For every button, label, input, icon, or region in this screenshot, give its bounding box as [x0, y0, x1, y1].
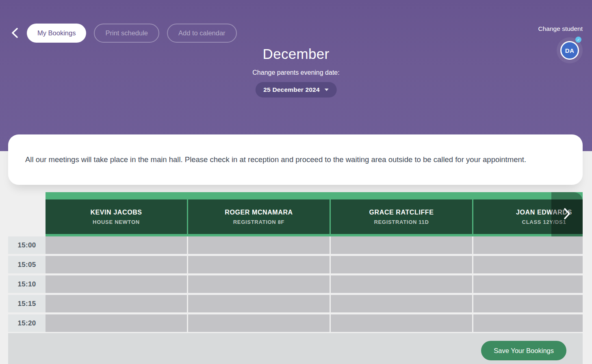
time-label-1510: 15:10: [8, 275, 46, 293]
date-dropdown[interactable]: 25 December 2024: [255, 82, 337, 98]
slot-cell[interactable]: [473, 236, 583, 254]
slot-cell[interactable]: [331, 236, 472, 254]
booking-slot-grid: [46, 236, 583, 332]
slot-cell[interactable]: [331, 275, 472, 293]
slot-row-1520: [46, 314, 583, 332]
slot-cell[interactable]: [473, 295, 583, 312]
teacher-header-roger-mcnamara: ROGER MCNAMARA REGISTRATION 8F: [188, 199, 330, 234]
header-band: My Bookings Print schedule Add to calend…: [0, 0, 592, 151]
slot-row-1515: [46, 295, 583, 312]
time-label-1500: 15:00: [8, 236, 46, 254]
chevron-left-icon: [11, 28, 18, 39]
slot-cell[interactable]: [188, 236, 330, 254]
tab-print-schedule[interactable]: Print schedule: [94, 24, 159, 43]
slot-cell[interactable]: [331, 256, 472, 273]
slot-cell[interactable]: [188, 314, 330, 332]
slot-row-1505: [46, 256, 583, 273]
slot-cell[interactable]: [46, 314, 187, 332]
teacher-header-grace-ratcliffe: GRACE RATCLIFFE REGISTRATION 11D: [331, 199, 472, 234]
back-button[interactable]: [8, 27, 21, 40]
time-label-1505: 15:05: [8, 256, 46, 273]
teacher-header-row: KEVIN JACOBS HOUSE NEWTON ROGER MCNAMARA…: [46, 192, 583, 236]
change-student-label: Change student: [538, 25, 583, 32]
slot-cell[interactable]: [473, 256, 583, 273]
slot-cell[interactable]: [473, 275, 583, 293]
avatar[interactable]: DA: [560, 41, 579, 60]
date-dropdown-value: 25 December 2024: [263, 86, 320, 93]
slot-row-1510: [46, 275, 583, 293]
teacher-group: HOUSE NEWTON: [93, 219, 140, 225]
teacher-group: REGISTRATION 8F: [233, 219, 285, 225]
teacher-name: ROGER MCNAMARA: [225, 209, 293, 216]
slot-cell[interactable]: [46, 295, 187, 312]
venue-notice-text: All our meetings will take place in the …: [25, 154, 526, 165]
tab-add-to-calendar[interactable]: Add to calendar: [167, 24, 237, 43]
teacher-name: KEVIN JACOBS: [90, 209, 142, 216]
slot-cell[interactable]: [46, 256, 187, 273]
change-date-label: Change parents evening date:: [0, 69, 592, 76]
slot-row-1500: [46, 236, 583, 254]
parents-evening-booking-screen: My Bookings Print schedule Add to calend…: [0, 0, 592, 364]
slot-cell[interactable]: [331, 314, 472, 332]
page-title: December: [0, 46, 592, 62]
slot-cell[interactable]: [188, 256, 330, 273]
avatar-check-badge-icon: ✓: [575, 37, 581, 43]
slot-cell[interactable]: [473, 314, 583, 332]
time-label-1520: 15:20: [8, 314, 46, 332]
save-bookings-button[interactable]: Save Your Bookings: [481, 341, 566, 360]
chevron-right-icon: [564, 208, 570, 221]
tab-my-bookings[interactable]: My Bookings: [27, 24, 86, 43]
venue-notice-card: All our meetings will take place in the …: [8, 134, 583, 185]
slot-cell[interactable]: [188, 295, 330, 312]
slot-cell[interactable]: [331, 295, 472, 312]
teacher-header-kevin-jacobs: KEVIN JACOBS HOUSE NEWTON: [46, 199, 187, 234]
chevron-down-icon: [325, 89, 329, 91]
footer-bar: Save Your Bookings: [8, 333, 583, 364]
slot-cell[interactable]: [46, 275, 187, 293]
time-label-1515: 15:15: [8, 295, 46, 312]
teacher-name: GRACE RATCLIFFE: [369, 209, 434, 216]
slot-cell[interactable]: [46, 236, 187, 254]
time-gutter: 15:00 15:05 15:10 15:15 15:20: [8, 236, 46, 332]
header-tab-row: My Bookings Print schedule Add to calend…: [27, 24, 237, 43]
teacher-group: REGISTRATION 11D: [374, 219, 429, 225]
avatar-initials: DA: [565, 47, 574, 54]
slot-cell[interactable]: [188, 275, 330, 293]
scroll-columns-next-button[interactable]: [551, 192, 583, 236]
